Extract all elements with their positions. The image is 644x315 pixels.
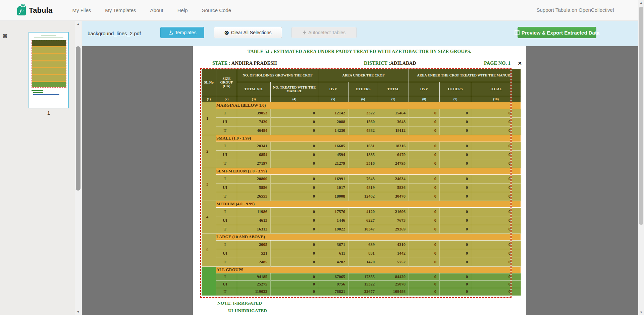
sidebar-scrollbar[interactable]: ▲ ▼ (75, 21, 82, 315)
district-field: DISTRICT :ADILABAD (364, 60, 416, 66)
state-field: STATE : ANDHRA PRADESH (212, 60, 277, 66)
scroll-down-icon[interactable]: ▼ (75, 310, 82, 314)
nav-links: My Files My Templates About Help Source … (65, 7, 238, 13)
lightning-icon (303, 30, 306, 35)
pdf-page[interactable]: TABLE 5J : ESTIMATED AREA UNDER PADDY TR… (193, 46, 526, 315)
brand-title: Tabula (29, 6, 52, 15)
tabula-app: Tabula My Files My Templates About Help … (0, 0, 644, 315)
window-scrollbar[interactable]: ▲ ▼ (638, 0, 644, 315)
nav-item-help[interactable]: Help (170, 7, 195, 13)
brand-link[interactable]: Tabula (15, 4, 52, 17)
thumbnail-mini-table (32, 40, 66, 88)
thumbnail-table-footer (32, 81, 66, 87)
table-selection-box[interactable]: ✕ (200, 68, 512, 298)
navbar: Tabula My Files My Templates About Help … (0, 0, 638, 21)
state-label: STATE : (212, 60, 230, 66)
thumbnail-note-line (33, 92, 43, 93)
sidebar-scrollbar-thumb[interactable] (76, 46, 80, 191)
note-line-1: NOTE: I-IRRIGATED (217, 301, 262, 306)
open-filename: background_lines_2.pdf (88, 31, 141, 36)
support-link[interactable]: Support Tabula on OpenCollective! (536, 7, 614, 13)
pdf-viewport: TABLE 5J : ESTIMATED AREA UNDER PADDY TR… (82, 46, 638, 315)
clear-label: Clear All Selections (231, 30, 272, 35)
nav-item-about[interactable]: About (143, 7, 170, 13)
remove-page-icon[interactable]: ✖ (2, 33, 8, 39)
templates-button[interactable]: Templates (160, 27, 204, 38)
thumbnail-table-body (32, 46, 66, 81)
preview-export-button[interactable]: Preview & Export Extracted Data (518, 27, 596, 38)
thumbnail-title-line (34, 38, 63, 38)
autodetect-tables-button[interactable]: Autodetect Tables (291, 27, 357, 38)
toolbar: background_lines_2.pdf Templates ⊗ Clear… (82, 21, 638, 46)
nav-item-source-code[interactable]: Source Code (195, 7, 238, 13)
selection-close-icon[interactable]: ✕ (518, 60, 522, 66)
note-line-2: UI-UNIRRIGATED (228, 308, 267, 313)
thumbnail-note-line (33, 94, 59, 95)
thumbnail-title-line (41, 36, 56, 36)
nav-item-my-templates[interactable]: My Templates (98, 7, 143, 13)
export-label: Preview & Export Extracted Data (522, 30, 600, 36)
page-number-label: PAGE NO. 1 (484, 60, 511, 66)
nav-item-my-files[interactable]: My Files (65, 7, 98, 13)
thumbnail-table-header (32, 40, 66, 46)
district-value: ADILABAD (390, 60, 416, 66)
autodetect-label: Autodetect Tables (308, 30, 345, 35)
district-label: DISTRICT : (364, 60, 390, 66)
thumbnail-note-line (32, 90, 43, 91)
thumbnail-page-number: 1 (29, 110, 69, 116)
page-thumbnails-sidebar: ✖ 1 ▲ ▼ (0, 21, 82, 315)
page-thumbnail-1[interactable] (29, 32, 69, 108)
window-scrollbar-thumb[interactable] (639, 7, 643, 225)
templates-label: Templates (175, 30, 197, 35)
tabula-logo-icon (15, 4, 26, 17)
clear-circle-x-icon: ⊗ (224, 30, 229, 36)
state-value: ANDHRA PRADESH (231, 60, 277, 66)
scroll-up-icon[interactable]: ▲ (75, 22, 82, 25)
scroll-up-icon[interactable]: ▲ (638, 1, 644, 4)
document-title: TABLE 5J : ESTIMATED AREA UNDER PADDY TR… (193, 49, 526, 54)
scroll-down-icon[interactable]: ▼ (638, 311, 644, 314)
spreadsheet-icon (515, 30, 520, 35)
upload-tray-icon (168, 30, 173, 35)
clear-all-selections-button[interactable]: ⊗ Clear All Selections (214, 27, 282, 38)
